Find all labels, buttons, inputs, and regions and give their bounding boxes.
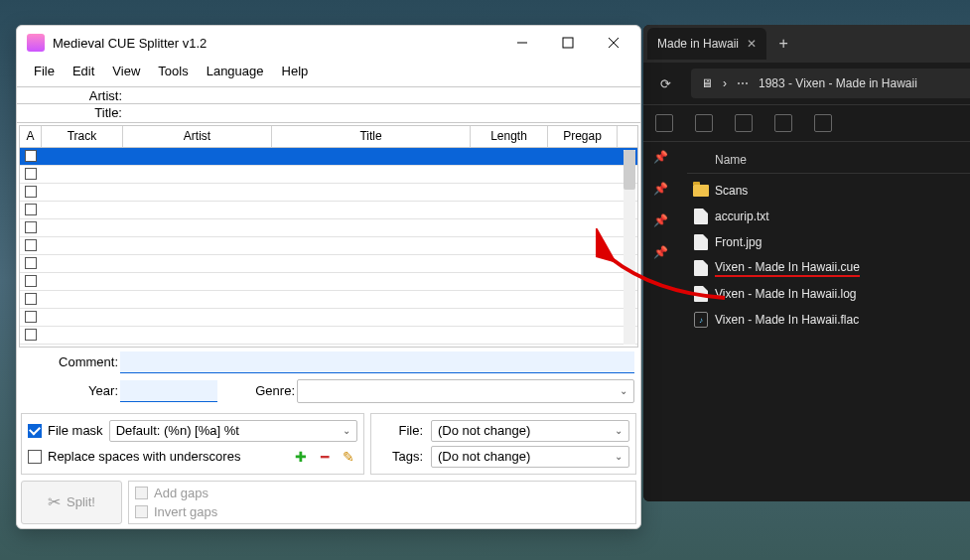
split-icon: ✂ (48, 492, 61, 511)
replace-spaces-checkbox[interactable] (28, 450, 42, 464)
table-row[interactable] (20, 219, 637, 237)
scrollbar-thumb[interactable] (624, 150, 635, 190)
row-checkbox[interactable] (25, 275, 37, 287)
row-checkbox[interactable] (25, 239, 37, 251)
file-explorer-window: Made in Hawaii ✕ + ⟳ 🖥 › ⋯ 1983 - Vixen … (643, 25, 970, 501)
row-checkbox[interactable] (25, 204, 37, 215)
titlebar[interactable]: Medieval CUE Splitter v1.2 (17, 26, 640, 60)
more-icon[interactable]: ⋯ (737, 76, 749, 90)
pin-icon[interactable]: 📌 (653, 245, 668, 259)
year-label: Year: (23, 383, 120, 398)
delete-icon[interactable] (814, 114, 832, 132)
row-checkbox[interactable] (25, 257, 37, 269)
pin-icon[interactable]: 📌 (653, 150, 668, 164)
menu-edit[interactable]: Edit (64, 62, 103, 80)
remove-mask-icon[interactable]: ━ (316, 448, 334, 466)
scrollbar[interactable] (624, 150, 635, 345)
row-checkbox[interactable] (25, 311, 37, 323)
explorer-body: 📌 📌 📌 📌 Name Scansaccurip.txtFront.jpgVi… (643, 142, 970, 501)
audio-file-icon: ♪ (694, 312, 708, 328)
share-icon[interactable] (774, 114, 792, 132)
row-checkbox[interactable] (25, 150, 37, 162)
edit-mask-icon[interactable]: ✎ (340, 448, 357, 466)
file-icon (694, 209, 708, 224)
col-length[interactable]: Length (471, 126, 548, 147)
table-row[interactable] (20, 309, 637, 327)
close-tab-icon[interactable]: ✕ (747, 37, 757, 51)
menu-tools[interactable]: Tools (149, 62, 197, 80)
tags-select[interactable]: (Do not change) ⌄ (431, 446, 629, 468)
explorer-tab[interactable]: Made in Hawaii ✕ (647, 28, 766, 60)
row-checkbox[interactable] (25, 347, 37, 348)
row-checkbox[interactable] (25, 168, 37, 180)
row-checkbox[interactable] (25, 293, 37, 305)
explorer-toolbar: ⟳ 🖥 › ⋯ 1983 - Vixen - Made in Hawaii (643, 63, 970, 104)
file-name: Scans (715, 184, 748, 198)
split-button[interactable]: ✂ Split! (21, 481, 122, 524)
table-row[interactable] (20, 184, 637, 202)
meta-title-row: Title: (17, 104, 640, 122)
year-input[interactable] (120, 380, 217, 402)
explorer-tab-label: Made in Hawaii (657, 37, 739, 51)
file-row[interactable]: accurip.txt (687, 204, 970, 229)
file-mask-label: File mask (48, 423, 103, 438)
paste-icon[interactable] (695, 114, 713, 132)
refresh-icon[interactable]: ⟳ (653, 71, 677, 95)
file-mask-select[interactable]: Default: (%n) [%a] %t ⌄ (109, 420, 357, 442)
file-row[interactable]: Front.jpg (687, 229, 970, 255)
table-row[interactable] (20, 273, 637, 291)
col-title[interactable]: Title (272, 126, 471, 147)
table-row[interactable] (20, 255, 637, 273)
maximize-button[interactable] (545, 28, 591, 58)
add-mask-icon[interactable]: ✚ (292, 448, 310, 466)
table-row[interactable] (20, 202, 637, 219)
menu-file[interactable]: File (25, 62, 64, 80)
breadcrumb[interactable]: 🖥 › ⋯ 1983 - Vixen - Made in Hawaii (691, 69, 970, 98)
rename-icon[interactable] (735, 114, 753, 132)
copy-icon[interactable] (655, 114, 673, 132)
minimize-button[interactable] (499, 28, 545, 58)
invert-gaps-checkbox[interactable] (135, 505, 148, 518)
pin-icon[interactable]: 📌 (653, 213, 668, 227)
row-checkbox[interactable] (25, 186, 37, 198)
col-artist[interactable]: Artist (123, 126, 272, 147)
explorer-actionbar: ↑↓ Sort (643, 104, 970, 142)
col-pregap[interactable]: Pregap (548, 126, 618, 147)
table-row[interactable] (20, 237, 637, 255)
genre-select[interactable]: ⌄ (297, 379, 634, 403)
window-title: Medieval CUE Splitter v1.2 (53, 36, 499, 51)
add-gaps-checkbox[interactable] (135, 487, 148, 499)
menu-help[interactable]: Help (273, 62, 318, 80)
file-type-select[interactable]: (Do not change) ⌄ (431, 420, 629, 442)
explorer-list-header[interactable]: Name (687, 146, 970, 174)
col-a[interactable]: A (20, 126, 42, 147)
chevron-down-icon: ⌄ (615, 451, 623, 462)
cue-splitter-window: Medieval CUE Splitter v1.2 File Edit Vie… (16, 25, 641, 529)
name-column-header[interactable]: Name (715, 153, 970, 167)
comment-input[interactable] (120, 351, 634, 373)
table-row[interactable] (20, 327, 637, 345)
row-checkbox[interactable] (25, 329, 37, 341)
comment-label: Comment: (23, 354, 120, 369)
file-row[interactable]: Scans (687, 178, 970, 204)
pin-icon[interactable]: 📌 (653, 182, 668, 196)
file-name: Front.jpg (715, 235, 762, 249)
options-right: File: (Do not change) ⌄ Tags: (Do not ch… (370, 413, 636, 475)
file-name: Vixen - Made In Hawaii.cue (715, 260, 860, 277)
file-mask-checkbox[interactable] (28, 424, 42, 438)
table-row[interactable] (20, 345, 637, 348)
col-track[interactable]: Track (42, 126, 123, 147)
close-button[interactable] (591, 28, 636, 58)
new-tab-button[interactable]: + (766, 35, 800, 53)
file-row[interactable]: Vixen - Made In Hawaii.cue (687, 255, 970, 281)
file-icon (694, 260, 708, 276)
table-row[interactable] (20, 148, 637, 166)
menubar: File Edit View Tools Language Help (17, 60, 640, 86)
file-row[interactable]: ♪Vixen - Made In Hawaii.flac (687, 307, 970, 333)
table-row[interactable] (20, 166, 637, 184)
table-row[interactable] (20, 291, 637, 309)
menu-language[interactable]: Language (198, 62, 273, 80)
file-row[interactable]: Vixen - Made In Hawaii.log (687, 281, 970, 307)
menu-view[interactable]: View (103, 62, 149, 80)
row-checkbox[interactable] (25, 221, 37, 233)
